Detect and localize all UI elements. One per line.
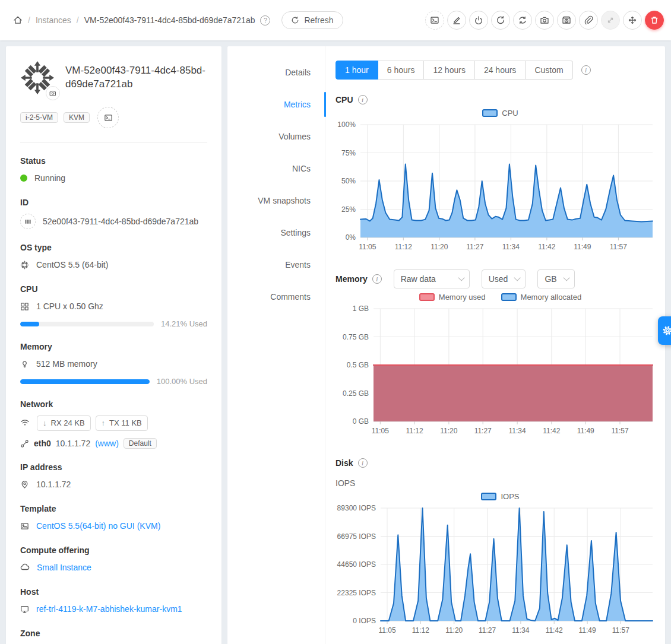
host-section: Host ref-trl-4119-k-M7-abhishek-kumar-kv…	[20, 587, 207, 615]
settings-gear-button[interactable]	[658, 316, 671, 345]
network-link[interactable]: (www)	[95, 439, 119, 448]
svg-text:11:57: 11:57	[611, 427, 628, 435]
memory-section: Memory 512 MB memory 100.00% Used	[20, 342, 207, 386]
svg-text:11:42: 11:42	[538, 243, 555, 251]
svg-text:11:05: 11:05	[359, 243, 376, 251]
picture-icon	[20, 522, 29, 531]
svg-text:11:12: 11:12	[412, 626, 429, 635]
chevron-down-icon	[458, 274, 464, 281]
cloud-icon	[20, 563, 30, 572]
cpu-chart-header: CPU	[336, 95, 665, 104]
disk-chart-title: Disk	[336, 458, 353, 468]
range-24-hours[interactable]: 24 hours	[475, 61, 526, 80]
svg-text:0 GB: 0 GB	[353, 417, 369, 426]
svg-text:11:05: 11:05	[372, 427, 389, 435]
network-section: Network RX 24 KB TX 11 KB eth0 10.1.1.72…	[20, 399, 207, 449]
tab-comments[interactable]: Comments	[227, 290, 325, 303]
os-logo	[20, 61, 55, 95]
range-12-hours[interactable]: 12 hours	[424, 61, 474, 80]
ip-section: IP address 10.1.1.72	[20, 462, 207, 490]
tab-settings[interactable]: Settings	[227, 226, 325, 239]
disk-section: Disk IOPS IOPS 11:0511:1211:2011:2711:34…	[336, 458, 665, 637]
memory-chart-legend: Memory usedMemory allocated	[336, 291, 665, 303]
svg-text:11:12: 11:12	[395, 243, 412, 251]
instance-detail-card: Details Metrics Volumes NICs VM snapshot…	[227, 46, 665, 644]
tab-metrics[interactable]: Metrics	[227, 98, 325, 111]
zone-section: Zone ref-trl-4119-k-M7-abhishek-kumar	[20, 629, 207, 644]
destroy-button[interactable]	[645, 11, 664, 30]
nic-name: eth0	[34, 439, 51, 448]
svg-text:0.75 GB: 0.75 GB	[343, 333, 369, 341]
tab-volumes[interactable]: Volumes	[227, 130, 325, 143]
reinstall-button[interactable]	[513, 11, 532, 30]
svg-text:100%: 100%	[337, 120, 356, 129]
instance-name: VM-52e00f43-7911-4dc4-85bd-d69de7a721ab	[65, 64, 207, 95]
tab-nics[interactable]: NICs	[227, 162, 325, 175]
host-link[interactable]: ref-trl-4119-k-M7-abhishek-kumar-kvm1	[36, 603, 182, 615]
svg-text:11:49: 11:49	[574, 243, 591, 251]
range-6-hours[interactable]: 6 hours	[378, 61, 425, 80]
range-custom[interactable]: Custom	[526, 61, 572, 80]
scale-button[interactable]	[601, 11, 620, 30]
svg-text:75%: 75%	[341, 149, 356, 157]
memory-chart: 11:0511:1211:2011:2711:3411:4211:4911:57…	[336, 304, 665, 438]
memory-used-select[interactable]: Used	[482, 269, 526, 288]
svg-text:11:05: 11:05	[378, 626, 395, 635]
svg-text:11:20: 11:20	[445, 626, 463, 635]
compute-offering-section: Compute offering Small Instance	[20, 545, 207, 573]
range-1-hour[interactable]: 1 hour	[336, 61, 378, 80]
template-section: Template CentOS 5.5(64-bit) no GUI (KVM)	[20, 504, 207, 532]
cpu-chart-legend: CPU	[336, 107, 665, 119]
svg-text:11:27: 11:27	[474, 427, 492, 435]
time-range-group: 1 hour 6 hours 12 hours 24 hours Custom	[336, 61, 573, 80]
svg-text:50%: 50%	[341, 177, 356, 185]
power-icon	[474, 15, 483, 25]
breadcrumb-separator: /	[28, 15, 30, 25]
cpu-used-label: 14.21% Used	[161, 319, 207, 328]
reboot-button[interactable]	[491, 11, 510, 30]
compute-offering-link[interactable]: Small Instance	[37, 561, 91, 573]
attach-iso-button[interactable]	[579, 11, 598, 30]
gear-icon	[661, 325, 671, 337]
tab-details[interactable]: Details	[227, 66, 325, 79]
memory-data-select[interactable]: Raw data	[394, 269, 470, 288]
stop-button[interactable]	[469, 11, 488, 30]
console-button[interactable]	[425, 11, 444, 30]
svg-text:0.5 GB: 0.5 GB	[347, 361, 369, 369]
svg-text:11:34: 11:34	[502, 243, 520, 251]
console-button-small[interactable]	[97, 107, 119, 128]
camera-icon	[540, 15, 549, 25]
help-icon[interactable]	[260, 15, 270, 26]
memory-unit-select[interactable]: GB	[537, 269, 574, 288]
svg-text:11:57: 11:57	[610, 243, 627, 251]
template-link[interactable]: CentOS 5.5(64-bit) no GUI (KVM)	[36, 520, 160, 532]
disk-chart-header: Disk	[336, 458, 665, 468]
svg-text:25%: 25%	[341, 205, 356, 214]
top-bar: / Instances / VM-52e00f43-7911-4dc4-85bd…	[0, 0, 671, 40]
refresh-button[interactable]: Refresh	[281, 11, 343, 29]
iops-chart: 11:0511:1211:2011:2711:3411:4211:4911:57…	[336, 503, 665, 637]
breadcrumb-separator: /	[77, 15, 79, 25]
tab-vm-snapshots[interactable]: VM snapshots	[227, 194, 325, 207]
edit-button[interactable]	[447, 11, 466, 30]
svg-text:44650 IOPS: 44650 IOPS	[337, 560, 376, 569]
sync-icon	[518, 15, 527, 25]
cpu-chart-title: CPU	[336, 95, 353, 104]
divider	[20, 142, 207, 143]
recurring-snapshot-button[interactable]	[557, 11, 576, 30]
memory-chart-title: Memory	[336, 274, 368, 284]
breadcrumb-instances[interactable]: Instances	[36, 15, 71, 25]
os-type-section: OS type CentOS 5.5 (64-bit)	[20, 243, 207, 271]
info-icon	[372, 274, 382, 284]
os-icon	[20, 261, 29, 269]
iops-chart-legend: IOPS	[336, 490, 665, 502]
camera-badge-icon[interactable]	[46, 86, 60, 100]
migrate-button[interactable]	[623, 11, 642, 30]
snapshot-button[interactable]	[535, 11, 554, 30]
tab-events[interactable]: Events	[227, 258, 325, 271]
home-icon[interactable]	[13, 15, 23, 25]
memory-used-label: 100.00% Used	[157, 377, 207, 386]
trash-icon	[650, 15, 659, 25]
cpu-section: CPU 1 CPU x 0.50 Ghz 14.21% Used	[20, 284, 207, 328]
bulb-icon	[20, 360, 29, 369]
